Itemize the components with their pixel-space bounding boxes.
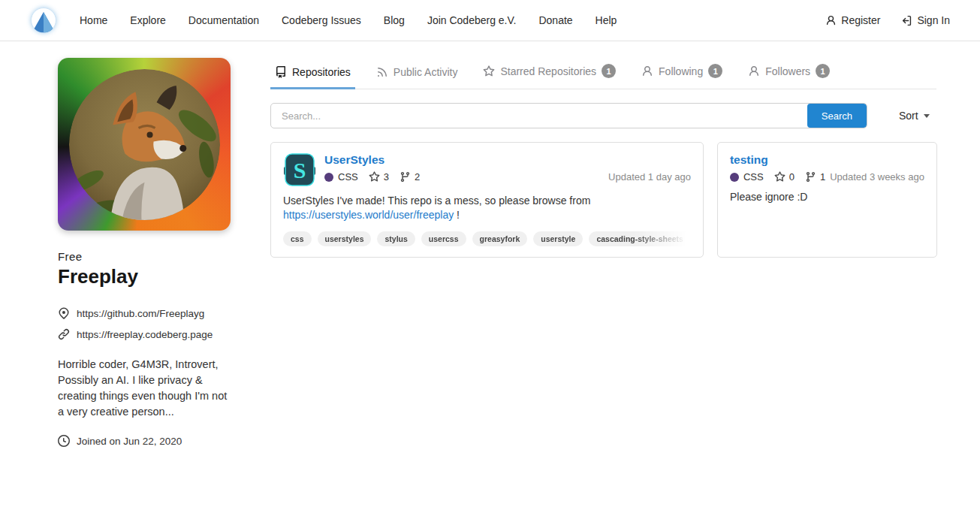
nav-donate[interactable]: Donate <box>538 14 572 26</box>
tab-starred-repositories[interactable]: Starred Repositories 1 <box>478 58 620 89</box>
repo-search-box: Search <box>270 103 867 128</box>
person-icon <box>641 65 653 77</box>
nav-home[interactable]: Home <box>80 14 107 26</box>
fork-count-value: 2 <box>415 171 420 183</box>
star-icon <box>369 171 380 183</box>
profile-website-row: https://freeplay.codeberg.page <box>58 328 231 340</box>
profile-website-link[interactable]: https://freeplay.codeberg.page <box>77 329 213 340</box>
repo-updated-time: Updated 1 day ago <box>608 171 691 183</box>
page-content: Free Freeplay https://github.com/Freepla… <box>0 41 980 447</box>
profile-display-name: Free <box>58 250 231 263</box>
tab-repositories-label: Repositories <box>292 66 351 78</box>
language-dot <box>324 173 333 182</box>
rss-icon <box>376 66 388 78</box>
clock-icon <box>58 435 70 447</box>
person-icon <box>825 15 837 26</box>
profile-main: Repositories Public Activity Starred Rep… <box>270 58 936 447</box>
person-icon <box>748 65 760 77</box>
topic-tag[interactable]: css <box>283 231 312 246</box>
tab-public-activity-label: Public Activity <box>394 66 458 78</box>
svg-text:S: S <box>294 158 306 183</box>
language-dot <box>730 173 739 182</box>
topic-tag[interactable]: cascading-style-sheets <box>589 231 691 246</box>
sign-in-link[interactable]: Sign In <box>901 14 950 26</box>
location-icon <box>58 307 70 319</box>
tab-following-label: Following <box>659 65 703 77</box>
profile-location-text: https://github.com/Freeplayg <box>77 308 204 319</box>
tab-repositories[interactable]: Repositories <box>270 60 355 89</box>
sign-in-label: Sign In <box>917 14 950 26</box>
git-branch-icon <box>400 171 411 183</box>
fork-count: 2 <box>400 171 420 183</box>
nav-help[interactable]: Help <box>596 14 617 26</box>
repo-icon <box>275 66 287 78</box>
star-count: 0 <box>774 171 795 183</box>
fork-count: 1 <box>805 171 825 183</box>
repository-list: S UserStyles CSS 3 <box>270 142 936 258</box>
topic-tag[interactable]: greasyfork <box>472 231 528 246</box>
repo-meta-row: CSS 3 2 Updated 1 day ago <box>324 171 691 183</box>
sort-label: Sort <box>899 110 918 122</box>
repo-header-main: testing CSS 0 1 Up <box>730 153 924 183</box>
nav-explore[interactable]: Explore <box>130 14 165 26</box>
repo-card-testing: testing CSS 0 1 Up <box>717 142 937 258</box>
nav-join-codeberg[interactable]: Join Codeberg e.V. <box>427 14 517 26</box>
sign-in-icon <box>901 15 912 26</box>
star-count-value: 3 <box>384 171 389 183</box>
repo-description: UserStyles I've made! This repo is a mes… <box>283 194 691 222</box>
repo-link-userstyles[interactable]: UserStyles <box>324 153 384 167</box>
topic-tag[interactable]: stylus <box>377 231 415 246</box>
repo-card-userstyles: S UserStyles CSS 3 <box>270 142 704 258</box>
fox-avatar-photo <box>69 69 220 220</box>
sort-dropdown[interactable]: Sort <box>899 110 930 122</box>
topic-tag[interactable]: userstyles <box>318 231 372 246</box>
nav-documentation[interactable]: Documentation <box>188 14 259 26</box>
following-count-badge: 1 <box>708 64 722 78</box>
git-branch-icon <box>805 171 816 183</box>
repo-header-main: UserStyles CSS 3 2 <box>324 153 691 186</box>
stylus-logo-icon: S <box>283 153 316 186</box>
repo-header: S UserStyles CSS 3 <box>283 153 691 186</box>
codeberg-logo[interactable] <box>30 7 57 34</box>
link-icon <box>58 328 70 340</box>
repo-description: Please ignore :D <box>730 190 924 204</box>
repo-link-testing[interactable]: testing <box>730 153 768 167</box>
chevron-down-icon <box>924 114 930 118</box>
language-label: CSS <box>338 171 358 183</box>
profile-details: https://github.com/Freeplayg https://fre… <box>58 307 231 340</box>
star-icon <box>774 171 786 183</box>
star-count-value: 0 <box>789 171 795 183</box>
repo-description-link[interactable]: https://userstyles.world/user/freeplay <box>283 209 454 221</box>
tab-starred-label: Starred Repositories <box>500 65 596 77</box>
profile-bio: Horrible coder, G4M3R, Introvert, Possib… <box>58 357 231 420</box>
navbar-auth-area: Register Sign In <box>825 14 950 26</box>
user-avatar <box>58 58 231 231</box>
profile-username: Freeplay <box>58 265 231 288</box>
search-button[interactable]: Search <box>807 104 867 128</box>
register-label: Register <box>841 14 880 26</box>
starred-count-badge: 1 <box>602 64 616 78</box>
tab-followers-label: Followers <box>765 65 810 77</box>
search-input[interactable] <box>271 104 807 128</box>
topic-tag[interactable]: usercss <box>421 231 466 246</box>
repo-search-row: Search Sort <box>270 103 936 128</box>
star-icon <box>483 65 495 77</box>
language-label: CSS <box>743 171 764 183</box>
register-link[interactable]: Register <box>825 14 880 26</box>
repo-updated-time: Updated 3 weeks ago <box>830 171 924 183</box>
tab-followers[interactable]: Followers 1 <box>743 58 834 89</box>
nav-codeberg-issues[interactable]: Codeberg Issues <box>282 14 361 26</box>
profile-joined-row: Joined on Jun 22, 2020 <box>58 435 231 447</box>
topic-tag[interactable]: userstyle <box>533 231 583 246</box>
tab-public-activity[interactable]: Public Activity <box>372 60 463 89</box>
nav-blog[interactable]: Blog <box>384 14 405 26</box>
main-navigation: Home Explore Documentation Codeberg Issu… <box>80 14 617 26</box>
profile-joined-text: Joined on Jun 22, 2020 <box>77 436 182 447</box>
repo-meta-row: CSS 0 1 Updated 3 weeks ago <box>730 171 924 183</box>
profile-sidebar: Free Freeplay https://github.com/Freepla… <box>58 58 231 447</box>
top-navbar: Home Explore Documentation Codeberg Issu… <box>0 0 980 41</box>
fork-count-value: 1 <box>820 171 825 183</box>
repo-topics: css userstyles stylus usercss greasyfork… <box>283 222 691 246</box>
profile-location-row: https://github.com/Freeplayg <box>58 307 231 319</box>
tab-following[interactable]: Following 1 <box>637 58 727 89</box>
